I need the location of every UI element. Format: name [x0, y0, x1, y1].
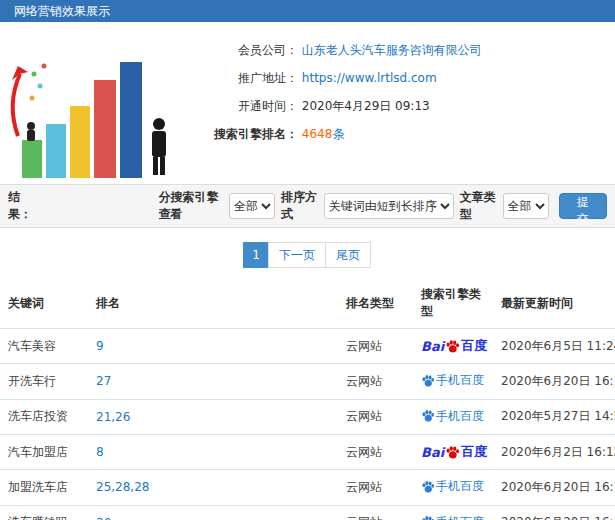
rank-cell: 21,26: [88, 399, 338, 435]
last-page-button[interactable]: 尾页: [325, 242, 371, 268]
promo-url-label: 推广地址：: [180, 64, 298, 92]
rank-cell: 25,28,28: [88, 470, 338, 506]
engine-type-cell: 手机百度: [413, 505, 493, 520]
header-keyword: 关键词: [0, 278, 88, 329]
keyword-cell: 加盟洗车店: [0, 470, 88, 506]
rank-cell: 27: [88, 364, 338, 400]
rank-type-cell: 云网站: [338, 470, 413, 506]
updated-cell: 2020年6月20日 16:11: [493, 470, 615, 506]
rank-cell: 30: [88, 505, 338, 520]
rank-type-cell: 云网站: [338, 399, 413, 435]
page-header: 网络营销效果展示: [0, 0, 615, 22]
pagination: 1 下一页 尾页: [0, 242, 615, 268]
rank-type-cell: 云网站: [338, 505, 413, 520]
keyword-cell: 汽车美容: [0, 329, 88, 364]
open-time-value: 2020年4月29日 09:13: [302, 99, 430, 113]
rank-count-label: 搜索引擎排名：: [180, 120, 298, 148]
baidu-logo: Bai 百度: [421, 337, 487, 355]
filter-bar: 结果： 分搜索引擎查看 全部 排序方式 关键词由短到长排序 文章类型 全部 提交: [0, 184, 615, 228]
baidu-paw-icon: [421, 480, 435, 494]
baidu-paw-icon: [445, 339, 460, 354]
submit-button[interactable]: 提交: [559, 193, 607, 219]
info-list: 会员公司： 山东老人头汽车服务咨询有限公司 推广地址： https://www.…: [180, 22, 482, 184]
updated-cell: 2020年6月20日 16:16: [493, 364, 615, 400]
rank-type-cell: 云网站: [338, 364, 413, 400]
info-row-open-time: 开通时间： 2020年4月29日 09:13: [180, 92, 482, 120]
table-row: 开洗车行 27 云网站 手机百度 2020年6月20日 16:16: [0, 364, 615, 400]
table-row: 洗车店投资 21,26 云网站 手机百度 2020年5月27日 14:58: [0, 399, 615, 435]
mobile-baidu-logo: 手机百度: [421, 514, 484, 520]
keyword-cell: 洗车店投资: [0, 399, 88, 435]
table-header-row: 关键词 排名 排名类型 搜索引擎类型 最新更新时间: [0, 278, 615, 329]
growth-chart-illustration: [0, 22, 180, 184]
updated-cell: 2020年6月20日 16:12: [493, 505, 615, 520]
baidu-paw-icon: [421, 409, 435, 423]
filter-group: 分搜索引擎查看 全部 排序方式 关键词由短到长排序 文章类型 全部 提交: [159, 189, 607, 223]
baidu-logo: Bai 百度: [421, 443, 487, 461]
engine-filter-label: 分搜索引擎查看: [159, 189, 223, 223]
updated-cell: 2020年6月5日 11:24: [493, 329, 615, 364]
table-row: 汽车美容 9 云网站 Bai 百度 2020年6月5日 11:24: [0, 329, 615, 364]
article-type-select[interactable]: 全部: [503, 193, 549, 219]
page-title: 网络营销效果展示: [14, 4, 110, 18]
header-engine-type: 搜索引擎类型: [413, 278, 493, 329]
engine-filter-select[interactable]: 全部: [229, 193, 275, 219]
mobile-baidu-logo: 手机百度: [421, 478, 484, 495]
rank-link[interactable]: 27: [96, 374, 111, 388]
keyword-cell: 洗车赚钱吗: [0, 505, 88, 520]
rank-count-value: 4648: [302, 127, 333, 141]
info-row-url: 推广地址： https://www.lrtlsd.com: [180, 64, 482, 92]
updated-cell: 2020年5月27日 14:58: [493, 399, 615, 435]
rank-link[interactable]: 9: [96, 339, 104, 353]
results-table-body: 汽车美容 9 云网站 Bai 百度 2020年6月5日 11:24开洗车行 27…: [0, 329, 615, 520]
info-row-company: 会员公司： 山东老人头汽车服务咨询有限公司: [180, 36, 482, 64]
engine-type-cell: Bai 百度: [413, 329, 493, 364]
header-rank-type: 排名类型: [338, 278, 413, 329]
header-rank: 排名: [88, 278, 338, 329]
company-link[interactable]: 山东老人头汽车服务咨询有限公司: [302, 43, 482, 57]
rank-type-cell: 云网站: [338, 435, 413, 470]
page-1-button[interactable]: 1: [243, 242, 269, 268]
open-time-label: 开通时间：: [180, 92, 298, 120]
rank-count-suffix: 条: [332, 127, 344, 141]
engine-type-cell: 手机百度: [413, 364, 493, 400]
engine-type-cell: 手机百度: [413, 470, 493, 506]
rank-link[interactable]: 8: [96, 445, 104, 459]
company-label: 会员公司：: [180, 36, 298, 64]
mobile-baidu-logo: 手机百度: [421, 408, 484, 425]
next-page-button[interactable]: 下一页: [268, 242, 326, 268]
baidu-paw-icon: [445, 445, 460, 460]
sort-filter-label: 排序方式: [281, 189, 318, 223]
baidu-paw-icon: [421, 515, 435, 520]
engine-type-cell: Bai 百度: [413, 435, 493, 470]
header-updated: 最新更新时间: [493, 278, 615, 329]
info-row-rank-count: 搜索引擎排名： 4648条: [180, 120, 482, 148]
mobile-baidu-logo: 手机百度: [421, 372, 484, 389]
engine-type-cell: 手机百度: [413, 399, 493, 435]
article-type-label: 文章类型: [460, 189, 497, 223]
updated-cell: 2020年6月2日 16:12: [493, 435, 615, 470]
rank-cell: 8: [88, 435, 338, 470]
info-panel: 会员公司： 山东老人头汽车服务咨询有限公司 推广地址： https://www.…: [0, 22, 615, 184]
rank-cell: 9: [88, 329, 338, 364]
sort-filter-select[interactable]: 关键词由短到长排序: [324, 193, 454, 219]
keyword-cell: 汽车加盟店: [0, 435, 88, 470]
table-row: 洗车赚钱吗 30 云网站 手机百度 2020年6月20日 16:12: [0, 505, 615, 520]
rank-link[interactable]: 25,28,28: [96, 480, 149, 494]
table-row: 加盟洗车店 25,28,28 云网站 手机百度 2020年6月20日 16:11: [0, 470, 615, 506]
results-section-label: 结果：: [8, 189, 41, 223]
rank-link[interactable]: 30: [96, 516, 111, 520]
table-row: 汽车加盟店 8 云网站 Bai 百度 2020年6月2日 16:12: [0, 435, 615, 470]
rank-link[interactable]: 21,26: [96, 410, 130, 424]
results-table: 关键词 排名 排名类型 搜索引擎类型 最新更新时间 汽车美容 9 云网站 Bai…: [0, 278, 615, 520]
keyword-cell: 开洗车行: [0, 364, 88, 400]
promo-url-link[interactable]: https://www.lrtlsd.com: [302, 71, 437, 85]
baidu-paw-icon: [421, 374, 435, 388]
rank-type-cell: 云网站: [338, 329, 413, 364]
